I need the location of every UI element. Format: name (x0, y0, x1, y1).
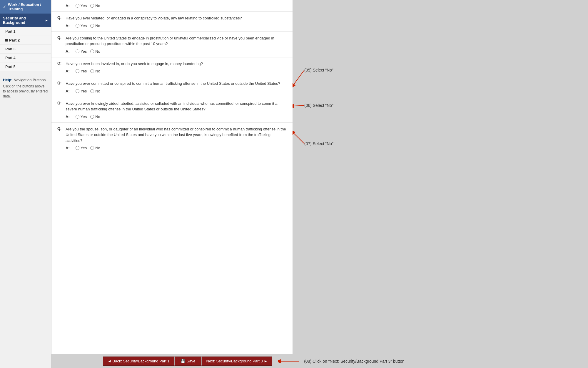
content-wrapper: A: Yes No Q: Hav (51, 0, 588, 368)
radio-no-money-input[interactable] (90, 69, 94, 73)
annotation-07: (07) Select “No” (304, 141, 333, 146)
svg-line-2 (294, 105, 304, 106)
q-label-money-laundering: Q: (57, 61, 64, 67)
sidebar-item-security[interactable]: Security and Background ► (0, 14, 51, 27)
radio-no-money-laundering[interactable]: No (90, 69, 100, 73)
question-row-prostitution: Q: Are you coming to the United States t… (57, 35, 287, 47)
bottom-bar-area: ◄ Back: Security/Background Part 1 💾 Sav… (51, 354, 588, 368)
radio-yes-spouse-input[interactable] (76, 146, 79, 150)
q-label-spouse-trafficking: Q: (57, 126, 64, 144)
radio-yes-human-trafficking[interactable]: Yes (76, 89, 87, 93)
sidebar-sub-item-part3[interactable]: Part 3 (0, 45, 51, 54)
radio-yes-spouse-trafficking[interactable]: Yes (76, 146, 87, 150)
radio-yes-aided-input[interactable] (76, 115, 79, 119)
no-label: No (95, 146, 100, 150)
radio-no-aided-input[interactable] (90, 115, 94, 119)
radio-yes-aided-trafficking[interactable]: Yes (76, 115, 87, 119)
radio-yes-input[interactable] (76, 4, 79, 8)
annotation-06: (06) Select “No” (304, 103, 333, 108)
question-row-aided-trafficking: Q: Have you ever knowingly aided, abette… (57, 101, 287, 112)
work-education-label: Work / Education / Training (8, 2, 48, 11)
save-icon: 💾 (181, 359, 185, 363)
a-label: A: (66, 4, 72, 8)
q-text-human-trafficking: Have you ever committed or conspired to … (66, 81, 280, 87)
radio-yes-prostitution[interactable]: Yes (76, 49, 87, 54)
yes-label: Yes (81, 115, 87, 119)
save-button[interactable]: 💾 Save (174, 357, 202, 366)
a-label-controlled: A: (66, 24, 72, 28)
part5-label: Part 5 (5, 64, 16, 69)
help-section: Help: Navigation Buttons Click on the bu… (0, 74, 51, 102)
sidebar-sub-item-part4[interactable]: Part 4 (0, 54, 51, 62)
no-label: No (95, 49, 100, 54)
q-label-human-trafficking: Q: (57, 81, 64, 87)
radio-yes-ht-input[interactable] (76, 89, 79, 93)
q-text-money-laundering: Have you ever been involved in, or do yo… (66, 61, 203, 67)
back-button[interactable]: ◄ Back: Security/Background Part 1 (103, 357, 174, 366)
answer-row-aided-trafficking: A: Yes No (57, 115, 287, 119)
radio-yes-prostitution-input[interactable] (76, 49, 79, 53)
radio-no-input[interactable] (90, 4, 94, 8)
q-text-spouse-trafficking: Are you the spouse, son, or daughter of … (66, 126, 287, 144)
a-label-human-trafficking: A: (66, 89, 72, 93)
next-button[interactable]: Next: Security/Background Part 3 ► (202, 357, 273, 366)
svg-line-3 (294, 133, 304, 144)
radio-no-prostitution[interactable]: No (90, 49, 100, 54)
radio-no-prostitution-input[interactable] (90, 49, 94, 53)
toolbar-annotation-text: (08) Click on “Next: Security/Background… (304, 359, 405, 364)
radio-yes-controlled[interactable]: Yes (76, 4, 87, 8)
radio-no-human-trafficking[interactable]: No (90, 89, 100, 93)
radio-yes-controlled[interactable]: Yes (76, 24, 87, 28)
question-row-spouse-trafficking: Q: Are you the spouse, son, or daughter … (57, 126, 287, 144)
question-row-money-laundering: Q: Have you ever been involved in, or do… (57, 61, 287, 67)
qa-block-spouse-trafficking: Q: Are you the spouse, son, or daughter … (51, 123, 293, 154)
radio-no-aided-trafficking[interactable]: No (90, 115, 100, 119)
annotations-panel: (05) Select “No” (06) Select “No” (07) S… (293, 0, 588, 354)
q-text-controlled: Have you ever violated, or engaged in a … (66, 15, 242, 21)
q-label-aided-trafficking: Q: (57, 101, 64, 112)
a-label-spouse-trafficking: A: (66, 146, 72, 150)
annotation-svg (293, 0, 588, 354)
qa-block-money-laundering: Q: Have you ever been involved in, or do… (51, 57, 293, 77)
qa-block-q-controlled: Q: Have you ever violated, or engaged in… (51, 12, 293, 32)
sidebar-item-work[interactable]: ✓ Work / Education / Training (0, 0, 51, 14)
radio-yes-money-laundering[interactable]: Yes (76, 69, 87, 73)
sidebar-sub-items: Part 1 Part 2 Part 3 Part 4 Part 5 (0, 27, 51, 71)
radio-no-spouse-input[interactable] (90, 146, 94, 150)
page-wrapper: ✓ Work / Education / Training Security a… (0, 0, 588, 368)
svg-line-1 (294, 70, 304, 84)
yes-label: Yes (81, 89, 87, 93)
radio-no-controlled[interactable]: No (90, 4, 100, 8)
a-label-prostitution: A: (66, 49, 72, 54)
q-label-prostitution: Q: (57, 35, 64, 47)
part4-label: Part 4 (5, 56, 16, 60)
q-label: Q: (57, 15, 64, 21)
save-label: Save (187, 359, 196, 363)
radio-no-ht-input[interactable] (90, 89, 94, 93)
yes-label: Yes (81, 49, 87, 54)
toolbar-arrow-svg (278, 358, 302, 364)
radio-yes-controlled-input[interactable] (76, 24, 79, 28)
sidebar-sub-item-part1[interactable]: Part 1 (0, 27, 51, 36)
form-container: A: Yes No Q: Hav (51, 0, 293, 354)
answer-row-human-trafficking: A: Yes No (57, 89, 287, 93)
yes-label: Yes (81, 69, 87, 73)
middle-area: A: Yes No Q: Hav (51, 0, 588, 354)
radio-yes-money-input[interactable] (76, 69, 79, 73)
sidebar-sub-item-part5[interactable]: Part 5 (0, 62, 51, 71)
radio-no-controlled[interactable]: No (90, 24, 100, 28)
answer-row-controlled: A: Yes No (57, 24, 287, 28)
no-label: No (95, 4, 100, 8)
help-title: Help: Navigation Buttons (3, 78, 48, 82)
yes-label: Yes (81, 146, 87, 150)
radio-no-controlled-input[interactable] (90, 24, 94, 28)
help-text: Click on the buttons above to access pre… (3, 84, 48, 99)
qa-block-controlled: A: Yes No (51, 0, 293, 12)
sidebar-sub-item-part2[interactable]: Part 2 (0, 36, 51, 45)
toolbar-annotation-area: (08) Click on “Next: Security/Background… (278, 358, 405, 364)
qa-block-aided-trafficking: Q: Have you ever knowingly aided, abette… (51, 97, 293, 123)
qa-block-human-trafficking: Q: Have you ever committed or conspired … (51, 77, 293, 97)
no-label: No (95, 115, 100, 119)
security-background-label: Security and Background (3, 16, 45, 25)
radio-no-spouse-trafficking[interactable]: No (90, 146, 100, 150)
